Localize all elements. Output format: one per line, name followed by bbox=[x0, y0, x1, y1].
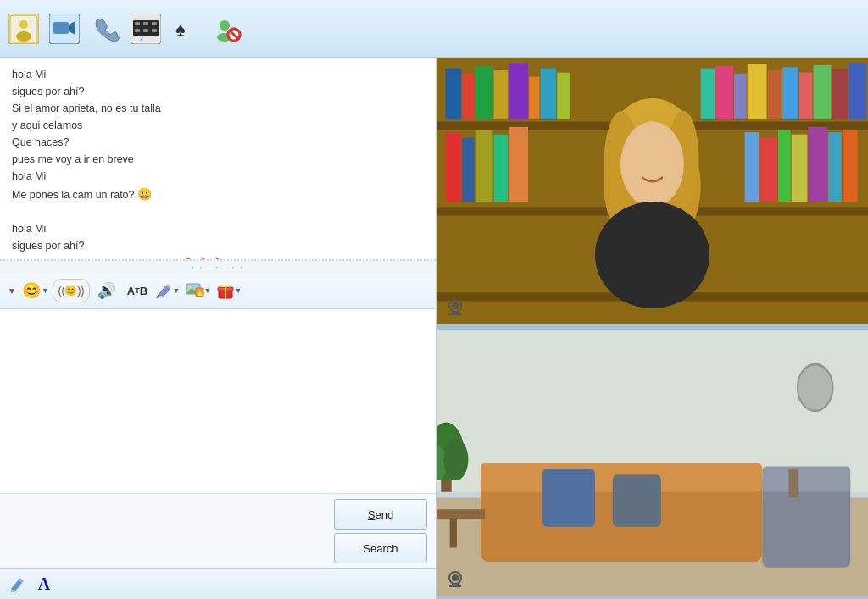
message-line: hola Mi bbox=[12, 168, 424, 185]
main-layout: hola Mi sigues por ahí? Si el amor aprie… bbox=[0, 58, 868, 599]
phone-icon[interactable] bbox=[88, 12, 122, 46]
bottom-icons-bar: A bbox=[0, 568, 436, 599]
svg-rect-96 bbox=[789, 469, 798, 497]
message-line: Si el amorcito aprieta, no es tu talla 🔥… bbox=[12, 254, 424, 260]
svg-rect-26 bbox=[159, 296, 163, 298]
message-line: y aqui celamos bbox=[12, 117, 424, 134]
svg-rect-89 bbox=[762, 467, 850, 492]
svg-rect-50 bbox=[734, 74, 747, 119]
svg-text:♪: ♪ bbox=[139, 31, 144, 43]
svg-point-83 bbox=[798, 364, 833, 411]
svg-point-1 bbox=[19, 20, 28, 29]
bottom-webcam-icon bbox=[445, 570, 465, 591]
svg-rect-68 bbox=[828, 132, 842, 202]
chat-panel: hola Mi sigues por ahí? Si el amor aprie… bbox=[0, 58, 437, 599]
send-button[interactable]: Send bbox=[334, 499, 427, 530]
svg-rect-65 bbox=[778, 130, 791, 202]
svg-point-20 bbox=[220, 20, 230, 31]
video-call-icon[interactable] bbox=[47, 12, 81, 46]
svg-point-75 bbox=[595, 202, 709, 308]
svg-rect-69 bbox=[843, 130, 858, 202]
svg-rect-79 bbox=[449, 313, 461, 315]
message-line: hola Mi bbox=[12, 66, 424, 83]
image-button[interactable]: ▼ bbox=[185, 279, 212, 302]
svg-rect-10 bbox=[135, 22, 140, 25]
svg-rect-15 bbox=[152, 29, 157, 32]
media-icon[interactable]: ♪ bbox=[129, 12, 163, 46]
message-line: sigues por ahí? bbox=[12, 237, 424, 254]
svg-rect-60 bbox=[476, 130, 493, 202]
games-icon[interactable]: ♠ bbox=[170, 12, 203, 46]
wink-button[interactable]: ((😊)) bbox=[53, 279, 90, 302]
font-a-icon[interactable]: A bbox=[32, 573, 56, 596]
svg-rect-44 bbox=[509, 63, 528, 119]
message-input[interactable] bbox=[0, 309, 436, 494]
message-line: Que haces? bbox=[12, 134, 424, 151]
search-button[interactable]: Search bbox=[334, 533, 427, 563]
gift-button[interactable]: ▼ bbox=[215, 279, 242, 302]
svg-point-28 bbox=[188, 286, 192, 289]
svg-point-2 bbox=[16, 31, 31, 42]
format-toolbar: ▼ 😊 ▼ ((😊)) 🔊 ATB ▼ bbox=[0, 274, 436, 309]
svg-rect-53 bbox=[782, 67, 798, 119]
bottom-video-panel bbox=[437, 330, 868, 599]
svg-rect-55 bbox=[814, 65, 832, 119]
action-buttons-area: Send Search bbox=[0, 493, 436, 568]
svg-rect-95 bbox=[450, 519, 457, 547]
svg-point-98 bbox=[452, 574, 459, 581]
message-spacer bbox=[12, 203, 424, 220]
svg-rect-86 bbox=[542, 469, 595, 526]
svg-rect-52 bbox=[768, 70, 782, 119]
svg-rect-58 bbox=[445, 132, 461, 202]
chat-messages-area: hola Mi sigues por ahí? Si el amor aprie… bbox=[0, 58, 436, 261]
svg-rect-5 bbox=[53, 22, 69, 34]
smiley-button[interactable]: 😊 ▼ bbox=[22, 279, 49, 302]
svg-text:♠: ♠ bbox=[175, 19, 186, 40]
svg-rect-51 bbox=[748, 64, 767, 120]
contacts-icon[interactable] bbox=[7, 12, 41, 46]
message-line: Si el amor aprieta, no es tu talla bbox=[12, 100, 424, 117]
sound-button[interactable]: 🔊 bbox=[93, 279, 120, 302]
dropdown-arrow[interactable]: ▼ bbox=[5, 279, 19, 302]
svg-rect-59 bbox=[462, 138, 475, 202]
main-toolbar: ♪ ♠ bbox=[0, 0, 868, 58]
svg-rect-94 bbox=[437, 509, 485, 519]
svg-rect-66 bbox=[792, 135, 808, 202]
svg-rect-64 bbox=[760, 138, 777, 202]
svg-rect-87 bbox=[613, 474, 661, 527]
svg-rect-99 bbox=[452, 584, 459, 585]
svg-rect-61 bbox=[494, 135, 509, 202]
svg-rect-57 bbox=[849, 63, 866, 119]
svg-line-25 bbox=[157, 295, 159, 298]
svg-rect-45 bbox=[529, 77, 539, 119]
message-line: sigues por ahí? bbox=[12, 83, 424, 100]
block-user-icon[interactable] bbox=[210, 12, 244, 46]
svg-rect-48 bbox=[701, 69, 715, 119]
pencil-icon[interactable] bbox=[5, 573, 29, 596]
svg-rect-63 bbox=[745, 132, 760, 202]
svg-point-77 bbox=[452, 302, 459, 309]
svg-rect-100 bbox=[449, 585, 461, 587]
svg-rect-41 bbox=[462, 74, 475, 119]
svg-point-93 bbox=[443, 439, 468, 480]
right-panel bbox=[437, 58, 868, 599]
svg-rect-56 bbox=[832, 69, 848, 119]
message-input-area bbox=[0, 309, 436, 494]
svg-rect-40 bbox=[445, 69, 461, 119]
top-video-panel bbox=[437, 58, 868, 327]
svg-rect-78 bbox=[452, 312, 459, 313]
message-line: Me pones la cam un rato? 😀 bbox=[12, 185, 424, 203]
svg-rect-43 bbox=[494, 70, 509, 119]
message-line: pues me voy a ir en breve bbox=[12, 151, 424, 168]
svg-rect-12 bbox=[152, 22, 157, 25]
svg-rect-67 bbox=[808, 127, 827, 202]
svg-rect-62 bbox=[509, 127, 528, 202]
svg-point-74 bbox=[620, 122, 684, 208]
top-webcam-icon bbox=[445, 298, 465, 319]
svg-rect-46 bbox=[541, 69, 557, 119]
drag-handle[interactable]: · · · · · · · bbox=[0, 261, 436, 274]
pen-button[interactable]: ▼ bbox=[154, 279, 181, 302]
font-button[interactable]: ATB bbox=[124, 279, 151, 302]
message-line: hola Mi bbox=[12, 220, 424, 237]
svg-rect-11 bbox=[143, 22, 148, 25]
